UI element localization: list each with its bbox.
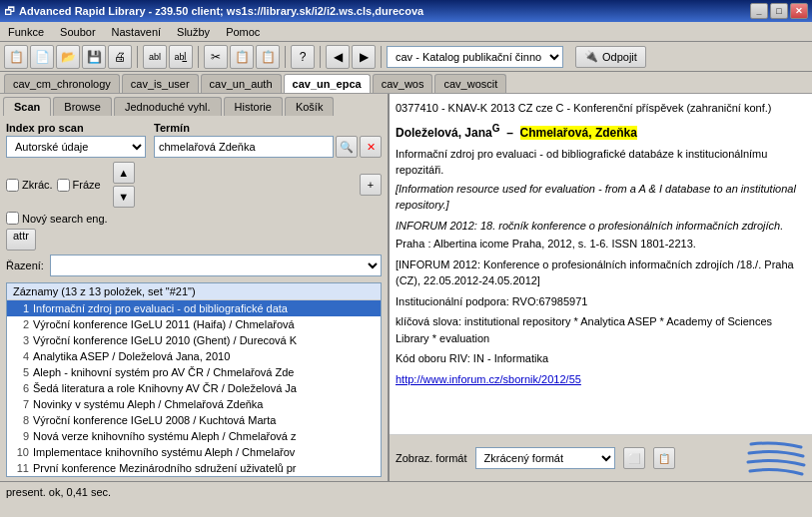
novy-checkbox[interactable]	[6, 212, 19, 225]
menu-pomoc[interactable]: Pomoc	[222, 24, 264, 40]
record-institutional: Institucionální podpora: RVO:67985971	[396, 293, 806, 310]
record-source1: INFORUM 2012: 18. ročník konference o pr…	[396, 218, 806, 235]
clear-btn[interactable]: ✕	[360, 136, 382, 158]
disconnect-label: Odpojit	[602, 51, 637, 63]
toolbar-btn-1[interactable]: 📋	[4, 45, 28, 69]
toolbar-btn-copy[interactable]: 📋	[230, 45, 254, 69]
result-item-10[interactable]: 10 Implementace knihovního systému Aleph…	[7, 444, 381, 460]
catalog-dropdown[interactable]: cav - Katalog publikační činno	[387, 46, 563, 68]
result-text-9: Nová verze knihovního systému Aleph / Ch…	[33, 430, 297, 442]
tab-cav-wos[interactable]: cav_wos	[373, 74, 433, 93]
minimize-button[interactable]: _	[750, 3, 768, 19]
sort-select[interactable]	[50, 255, 382, 276]
disconnect-button[interactable]: 🔌 Odpojit	[575, 46, 646, 68]
plus-btn[interactable]: +	[360, 174, 382, 196]
format-btn-1[interactable]: ⬜	[623, 447, 645, 469]
format-btn-2[interactable]: 📋	[653, 447, 675, 469]
tab-cav-un-epca[interactable]: cav_un_epca	[284, 74, 371, 93]
toolbar-btn-cut[interactable]: ✂	[204, 45, 228, 69]
title-bar: 🗗 Advanced Rapid Library - z39.50 client…	[0, 0, 812, 22]
tab-jednoduche[interactable]: Jednoduché vyhl.	[114, 97, 222, 116]
toolbar-btn-open[interactable]: 📂	[56, 45, 80, 69]
record-source2: Praha : Albertina icome Praha, 2012, s. …	[396, 236, 806, 253]
status-bar: present. ok, 0,41 sec.	[0, 481, 812, 501]
tab-browse[interactable]: Browse	[53, 97, 112, 116]
toolbar-btn-new[interactable]: 📄	[30, 45, 54, 69]
result-text-7: Novinky v systému Aleph / Chmelařová Zde…	[33, 398, 264, 410]
tab-scan[interactable]: Scan	[3, 97, 51, 116]
result-item-8[interactable]: 8 Výroční konference IGeLU 2008 / Kuchto…	[7, 412, 381, 428]
attr-btn[interactable]: attr	[6, 229, 36, 251]
result-text-3: Výroční konference IGeLU 2010 (Ghent) / …	[33, 334, 297, 346]
toolbar-btn-print[interactable]: 🖨	[108, 45, 132, 69]
index-label: Index pro scan	[6, 122, 146, 134]
result-item-2[interactable]: 2 Výroční konference IGeLU 2011 (Haifa) …	[7, 316, 381, 332]
content-area: Scan Browse Jednoduché vyhl. Historie Ko…	[0, 94, 812, 481]
record-conf1: [INFORUM 2012: Konference o profesionáln…	[396, 257, 806, 289]
tab-cav-un-auth[interactable]: cav_un_auth	[201, 74, 282, 93]
result-text-6: Šedá literatura a role Knihovny AV ČR / …	[33, 382, 297, 394]
author2-highlighted: Chmelařová, Zdeňka	[520, 126, 637, 140]
fraze-checkbox[interactable]	[57, 179, 70, 192]
right-panel: 0377410 - KNAV-K 2013 CZ cze C - Konfere…	[390, 94, 812, 481]
record-code: Kód oboru RIV: IN - Informatika	[396, 350, 806, 367]
disconnect-icon: 🔌	[584, 50, 598, 63]
results-header: Záznamy (13 z 13 položek, set "#21")	[7, 283, 381, 300]
toolbar: 📋 📄 📂 💾 🖨 abl abl̲ ✂ 📋 📋 ? ◀ ▶ cav - Kat…	[0, 42, 812, 72]
result-text-4: Analytika ASEP / Doleželová Jana, 2010	[33, 350, 230, 362]
menu-bar: Funkce Soubor Nastavení Služby Pomoc	[0, 22, 812, 42]
toolbar-sep-1	[137, 46, 138, 68]
result-item-1[interactable]: 1 Informační zdroj pro evaluaci - od bib…	[7, 300, 381, 316]
toolbar-sep-3	[285, 46, 286, 68]
toolbar-btn-help[interactable]: ?	[291, 45, 315, 69]
scan-form: Index pro scan Autorské údaje Termín 🔍 ✕	[0, 116, 388, 282]
term-input[interactable]	[154, 136, 334, 158]
tab-cav-woscit[interactable]: cav_woscit	[434, 74, 506, 93]
tab-kosik[interactable]: Košík	[285, 97, 335, 116]
results-list[interactable]: Záznamy (13 z 13 položek, set "#21") 1 I…	[6, 282, 382, 477]
record-url[interactable]: http://www.inforum.cz/sbornik/2012/55	[396, 371, 806, 388]
toolbar-btn-abl2[interactable]: abl̲	[169, 45, 193, 69]
toolbar-btn-back[interactable]: ◀	[326, 45, 350, 69]
result-item-3[interactable]: 3 Výroční konference IGeLU 2010 (Ghent) …	[7, 332, 381, 348]
tab-cav-is-user[interactable]: cav_is_user	[122, 74, 199, 93]
toolbar-btn-paste[interactable]: 📋	[256, 45, 280, 69]
result-item-11[interactable]: 11 První konference Mezinárodního sdruže…	[7, 460, 381, 476]
menu-funkce[interactable]: Funkce	[4, 24, 48, 40]
down-btn[interactable]: ▼	[113, 186, 135, 208]
status-text: present. ok, 0,41 sec.	[6, 486, 111, 498]
app-icon: 🗗	[4, 5, 15, 17]
novy-label: Nový search eng.	[22, 213, 108, 225]
primary-tabs: cav_cm_chronology cav_is_user cav_un_aut…	[0, 72, 812, 94]
author1-super: G	[492, 123, 500, 134]
toolbar-btn-save[interactable]: 💾	[82, 45, 106, 69]
record-abstract2: [Information resource used for evaluatio…	[396, 181, 806, 214]
tab-historie[interactable]: Historie	[224, 97, 283, 116]
result-text-2: Výroční konference IGeLU 2011 (Haifa) / …	[33, 318, 295, 330]
up-btn[interactable]: ▲	[113, 162, 135, 184]
result-item-9[interactable]: 9 Nová verze knihovního systému Aleph / …	[7, 428, 381, 444]
tab-cav-cm-chronology[interactable]: cav_cm_chronology	[4, 74, 120, 93]
result-item-6[interactable]: 6 Šedá literatura a role Knihovny AV ČR …	[7, 380, 381, 396]
result-item-5[interactable]: 5 Aleph - knihovní systém pro AV ČR / Ch…	[7, 364, 381, 380]
index-select[interactable]: Autorské údaje	[6, 136, 146, 158]
result-text-5: Aleph - knihovní systém pro AV ČR / Chme…	[33, 366, 294, 378]
toolbar-btn-forward[interactable]: ▶	[352, 45, 376, 69]
menu-soubor[interactable]: Soubor	[56, 24, 99, 40]
record-authors: Doleželová, JanaG – Chmelařová, Zdeňka	[396, 121, 806, 142]
record-keywords: klíčová slova: institutional repository …	[396, 313, 806, 346]
record-url-link[interactable]: http://www.inforum.cz/sbornik/2012/55	[396, 373, 581, 385]
result-item-7[interactable]: 7 Novinky v systému Aleph / Chmelařová Z…	[7, 396, 381, 412]
format-select[interactable]: Zkrácený formát	[475, 447, 615, 469]
close-button[interactable]: ✕	[790, 3, 808, 19]
result-text-11: První konference Mezinárodního sdružení …	[33, 462, 297, 474]
result-item-4[interactable]: 4 Analytika ASEP / Doleželová Jana, 2010	[7, 348, 381, 364]
toolbar-btn-abl1[interactable]: abl	[143, 45, 167, 69]
maximize-button[interactable]: □	[770, 3, 788, 19]
record-id: 0377410 - KNAV-K 2013 CZ cze C - Konfere…	[396, 100, 806, 117]
search-icon-btn[interactable]: 🔍	[336, 136, 358, 158]
menu-sluzby[interactable]: Služby	[173, 24, 214, 40]
window-title: Advanced Rapid Library - z39.50 client; …	[19, 5, 423, 17]
menu-nastaveni[interactable]: Nastavení	[108, 24, 166, 40]
zkrac-checkbox[interactable]	[6, 179, 19, 192]
